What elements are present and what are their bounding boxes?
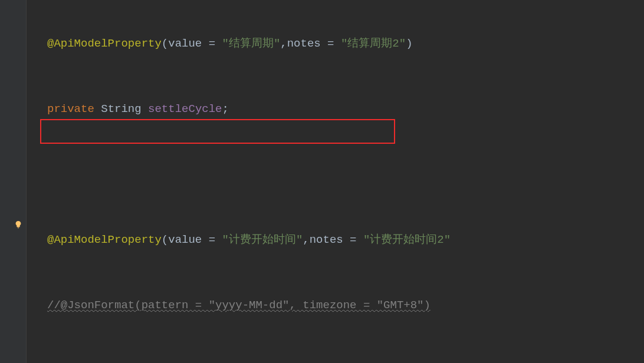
string-literal: "计费开始时间" bbox=[222, 233, 303, 246]
lightbulb-icon[interactable] bbox=[14, 215, 22, 223]
string-literal: "结算周期" bbox=[222, 37, 280, 50]
paren: ( bbox=[162, 233, 168, 246]
code-line: @ApiModelProperty(value = "结算周期",notes =… bbox=[47, 33, 644, 55]
operator: = bbox=[321, 37, 341, 50]
editor-gutter bbox=[0, 0, 27, 363]
type: String bbox=[101, 103, 141, 116]
code-editor[interactable]: @ApiModelProperty(value = "结算周期",notes =… bbox=[27, 0, 644, 363]
empty-line bbox=[47, 164, 644, 186]
field-name: settleCycle bbox=[148, 103, 222, 116]
annotation-text: @ApiModelProperty bbox=[47, 233, 162, 246]
operator: = bbox=[343, 233, 363, 246]
param-name: notes bbox=[287, 37, 321, 50]
operator: = bbox=[202, 37, 222, 50]
annotation-text: @ApiModelProperty bbox=[47, 37, 162, 50]
paren: ) bbox=[406, 37, 412, 50]
param-name: value bbox=[168, 37, 202, 50]
code-line: @ApiModelProperty(value = "计费开始时间",notes… bbox=[47, 229, 644, 251]
operator: = bbox=[202, 233, 222, 246]
keyword: private bbox=[47, 103, 94, 116]
semicolon: ; bbox=[222, 103, 228, 116]
param-name: value bbox=[168, 233, 202, 246]
code-line: private String settleCycle; bbox=[47, 98, 644, 120]
comma: , bbox=[280, 37, 287, 50]
string-literal: "计费开始时间2" bbox=[363, 233, 451, 246]
comment: //@JsonFormat(pattern = "yyyy-MM-dd", ti… bbox=[47, 299, 431, 312]
paren: ( bbox=[162, 37, 168, 50]
code-line: //@JsonFormat(pattern = "yyyy-MM-dd", ti… bbox=[47, 295, 644, 316]
comma: , bbox=[303, 233, 309, 246]
string-literal: "结算周期2" bbox=[341, 37, 406, 50]
param-name: notes bbox=[310, 233, 343, 246]
code-line: //@DateTimeFormat(pattern = "yyyy-MM-dd … bbox=[47, 361, 644, 363]
